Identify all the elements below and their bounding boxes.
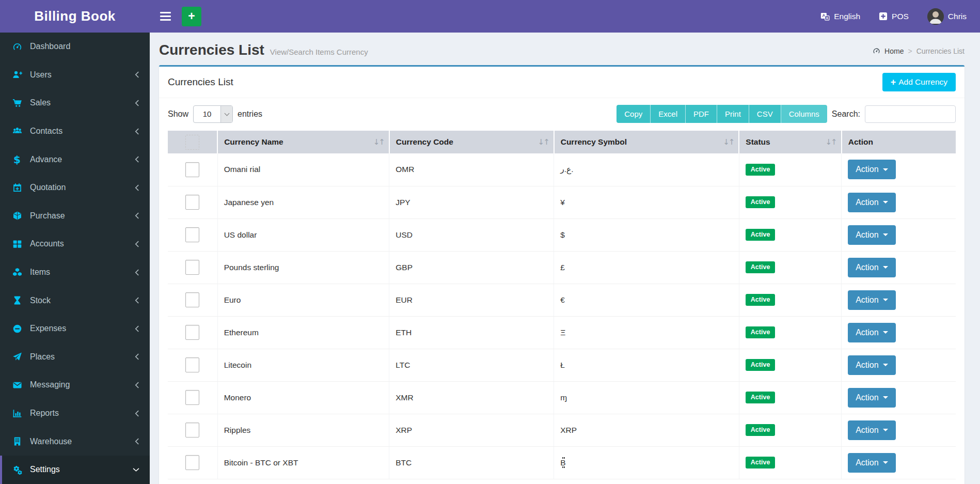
- column-header-currency-code[interactable]: Currency Code↓↑: [389, 131, 554, 153]
- row-checkbox[interactable]: [185, 292, 199, 307]
- action-cell: Action: [842, 251, 956, 284]
- search-label: Search:: [832, 110, 860, 119]
- currency-symbol-cell: ع.ر.: [554, 153, 739, 186]
- select-all-header[interactable]: [168, 131, 217, 153]
- sidebar-item-settings[interactable]: Settings: [0, 456, 150, 484]
- chevron-down-icon: [133, 467, 139, 472]
- sidebar-item-contacts[interactable]: Contacts: [0, 117, 150, 146]
- currency-code-cell: XMR: [389, 381, 554, 414]
- breadcrumb-home-link[interactable]: Home: [884, 47, 904, 55]
- sidebar-item-stock[interactable]: Stock: [0, 286, 150, 315]
- sidebar-item-label: Items: [30, 268, 135, 277]
- language-menu[interactable]: Aa English: [820, 12, 860, 21]
- page-length-select[interactable]: 10: [193, 105, 233, 123]
- user-name: Chris: [948, 12, 967, 21]
- export-print-button[interactable]: Print: [717, 105, 749, 123]
- export-columns-button[interactable]: Columns: [781, 105, 827, 123]
- sidebar-item-sales[interactable]: Sales: [0, 89, 150, 117]
- action-button[interactable]: Action: [848, 323, 895, 342]
- action-button[interactable]: Action: [848, 225, 895, 245]
- pos-button[interactable]: POS: [879, 12, 909, 21]
- entries-label: entries: [238, 110, 262, 119]
- page-length-value: 10: [194, 106, 220, 122]
- sort-icon: ↓↑: [826, 137, 836, 147]
- column-header-label: Status: [746, 137, 770, 146]
- export-pdf-button[interactable]: PDF: [686, 105, 717, 123]
- sidebar-item-messaging[interactable]: Messaging: [0, 371, 150, 399]
- chevron-left-icon: [135, 438, 139, 445]
- action-button[interactable]: Action: [848, 193, 895, 212]
- status-badge: Active: [746, 457, 776, 469]
- sidebar-item-items[interactable]: Items: [0, 258, 150, 287]
- sidebar-item-label: Accounts: [30, 239, 135, 248]
- status-cell: Active: [739, 186, 841, 218]
- row-checkbox[interactable]: [185, 423, 199, 438]
- sidebar-toggle-button[interactable]: [158, 9, 173, 24]
- sidebar-item-reports[interactable]: Reports: [0, 399, 150, 428]
- card-title: Currencies List: [168, 76, 233, 88]
- caret-down-icon: [883, 396, 888, 399]
- action-button[interactable]: Action: [848, 258, 895, 277]
- sidebar-item-label: Expenses: [30, 324, 135, 333]
- row-checkbox[interactable]: [185, 162, 199, 177]
- column-header-label: Currency Name: [224, 137, 283, 146]
- row-checkbox[interactable]: [185, 227, 199, 242]
- row-checkbox[interactable]: [185, 260, 199, 275]
- action-cell: Action: [842, 446, 956, 479]
- action-button[interactable]: Action: [848, 355, 895, 375]
- row-checkbox[interactable]: [185, 325, 199, 340]
- column-header-status[interactable]: Status↓↑: [739, 131, 841, 153]
- column-header-currency-name[interactable]: Currency Name↓↑: [217, 131, 389, 153]
- sidebar-item-users[interactable]: Users: [0, 61, 150, 89]
- currency-name-cell: Ethereum: [217, 316, 389, 349]
- status-cell: Active: [739, 414, 841, 446]
- currency-symbol-cell: Ł: [554, 349, 739, 381]
- bar-chart-icon: [11, 409, 23, 418]
- chevron-down-icon: [220, 106, 232, 122]
- row-checkbox[interactable]: [185, 455, 199, 470]
- sidebar-item-purchase[interactable]: Purchase: [0, 202, 150, 230]
- sidebar-item-quotation[interactable]: Quotation: [0, 174, 150, 202]
- search-input[interactable]: [865, 105, 956, 123]
- page-subtitle: View/Search Items Currency: [270, 48, 368, 56]
- app-logo[interactable]: Billing Book: [0, 0, 150, 33]
- currency-name-cell: US dollar: [217, 218, 389, 251]
- home-icon: [873, 47, 880, 55]
- sidebar-item-dashboard[interactable]: Dashboard: [0, 33, 150, 61]
- action-button-label: Action: [856, 426, 878, 435]
- breadcrumb: Home > Currencies List: [873, 47, 965, 55]
- toolbar-right: CopyExcelPDFPrintCSVColumns Search:: [617, 105, 956, 123]
- add-currency-label: Add Currency: [898, 77, 947, 87]
- action-button[interactable]: Action: [848, 388, 895, 408]
- currency-name-cell: Ripples: [217, 414, 389, 446]
- row-checkbox[interactable]: [185, 195, 199, 210]
- row-checkbox[interactable]: [185, 357, 199, 372]
- currency-code-cell: OMR: [389, 153, 554, 186]
- user-menu[interactable]: Chris: [927, 8, 967, 25]
- action-button[interactable]: Action: [848, 453, 895, 473]
- add-currency-button[interactable]: + Add Currency: [882, 73, 956, 91]
- quick-add-button[interactable]: +: [182, 7, 201, 26]
- export-csv-button[interactable]: CSV: [749, 105, 781, 123]
- chevron-left-icon: [135, 71, 139, 78]
- sidebar-item-advance[interactable]: $Advance: [0, 145, 150, 174]
- select-all-checkbox[interactable]: [185, 135, 199, 150]
- row-checkbox[interactable]: [185, 390, 199, 405]
- sidebar-item-places[interactable]: Places: [0, 343, 150, 371]
- table-row: Pounds sterlingGBP£ActiveAction: [168, 251, 956, 284]
- export-excel-button[interactable]: Excel: [651, 105, 686, 123]
- export-copy-button[interactable]: Copy: [617, 105, 651, 123]
- column-header-currency-symbol[interactable]: Currency Symbol↓↑: [554, 131, 739, 153]
- action-button[interactable]: Action: [848, 160, 895, 179]
- sidebar-item-accounts[interactable]: Accounts: [0, 230, 150, 258]
- table-row: Bitcoin - BTC or XBTBTCBActiveAction: [168, 446, 956, 479]
- action-cell: Action: [842, 349, 956, 381]
- action-button-label: Action: [856, 361, 878, 370]
- action-button[interactable]: Action: [848, 420, 895, 440]
- sidebar-item-expenses[interactable]: Expenses: [0, 315, 150, 343]
- action-button[interactable]: Action: [848, 290, 895, 310]
- sidebar-item-warehouse[interactable]: Warehouse: [0, 427, 150, 456]
- send-icon: [11, 352, 23, 362]
- status-badge: Active: [746, 261, 776, 273]
- action-button-label: Action: [856, 295, 878, 305]
